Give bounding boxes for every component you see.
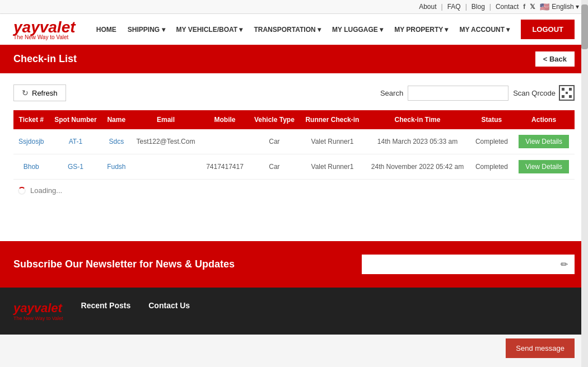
name-link[interactable]: Fudsh	[107, 163, 125, 171]
search-label: Search	[380, 89, 403, 97]
logo-sub: The New Way to Valet	[13, 34, 76, 40]
col-ticket: Ticket #	[13, 110, 49, 129]
contact-heading: Contact Us	[148, 301, 190, 310]
newsletter-email-input[interactable]	[362, 255, 554, 274]
email-cell	[130, 154, 200, 180]
sep1: |	[441, 3, 443, 11]
refresh-button[interactable]: ↻ Refresh	[13, 84, 66, 101]
twitter-icon[interactable]: 𝕏	[530, 3, 535, 11]
scrollbar[interactable]	[581, 0, 588, 335]
blog-link[interactable]: Blog	[472, 3, 485, 11]
col-mobile: Mobile	[201, 110, 249, 129]
footer-contact-us: Contact Us	[148, 301, 190, 314]
page-title: Check-in List	[13, 53, 77, 65]
table-row: Bhob GS-1 Fudsh 7417417417 Car Valet Run…	[13, 154, 575, 180]
name-link[interactable]: Sdcs	[109, 138, 124, 145]
footer-logo-area: yayvalet The New Way to Valet	[13, 301, 63, 321]
table-row: Ssjdosjb AT-1 Sdcs Test122@Test.Com Car …	[13, 129, 575, 154]
logout-button[interactable]: LOGOUT	[521, 20, 575, 39]
status-badge: Completed	[470, 154, 514, 180]
search-area: Search Scan Qrcode	[380, 85, 575, 101]
logo[interactable]: yayvalet The New Way to Valet	[13, 18, 76, 40]
nav-account[interactable]: MY ACCOUNT ▾	[455, 22, 514, 37]
facebook-icon[interactable]: f	[523, 3, 525, 11]
checkin-time-cell: 14th March 2023 05:33 am	[365, 129, 470, 154]
search-input[interactable]	[408, 86, 508, 101]
sep2: |	[465, 3, 467, 11]
main-nav: HOME SHIPPING ▾ MY VEHICLE/BOAT ▾ TRANSP…	[92, 22, 515, 37]
col-status: Status	[470, 110, 514, 129]
footer: yayvalet The New Way to Valet Recent Pos…	[0, 288, 588, 335]
view-details-button[interactable]: View Details	[519, 135, 569, 148]
email-cell: Test122@Test.Com	[130, 129, 200, 154]
loading-indicator: Loading...	[18, 186, 575, 195]
loading-text: Loading...	[30, 186, 62, 195]
spot-link[interactable]: AT-1	[69, 138, 82, 145]
toolbar: ↻ Refresh Search Scan Qrcode	[13, 84, 575, 101]
about-link[interactable]: About	[419, 3, 436, 11]
newsletter-section: Subscribe Our Newsletter for News & Upda…	[0, 241, 588, 288]
ticket-link[interactable]: Bhob	[24, 163, 39, 171]
faq-link[interactable]: FAQ	[447, 3, 461, 11]
scan-qrcode-button[interactable]: Scan Qrcode	[513, 85, 575, 101]
col-name: Name	[102, 110, 130, 129]
scrollbar-thumb[interactable]	[581, 4, 588, 49]
flag-icon: 🇺🇸	[540, 2, 549, 11]
content-area: ↻ Refresh Search Scan Qrcode Ticket # Sp…	[0, 73, 588, 241]
top-bar: About | FAQ | Blog | Contact f 𝕏 🇺🇸 Engl…	[0, 0, 588, 14]
language-selector[interactable]: 🇺🇸 English ▾	[540, 2, 579, 11]
scan-label: Scan Qrcode	[513, 89, 556, 97]
nav-shipping[interactable]: SHIPPING ▾	[123, 22, 170, 37]
mobile-cell	[201, 129, 249, 154]
nav-luggage[interactable]: MY LUGGAGE ▾	[328, 22, 388, 37]
newsletter-submit-button[interactable]: ✏	[554, 255, 575, 274]
language-label: English ▾	[552, 3, 579, 11]
runner-cell: Valet Runner1	[300, 129, 365, 154]
col-email: Email	[130, 110, 200, 129]
nav-home[interactable]: HOME	[92, 22, 121, 37]
footer-recent-posts: Recent Posts	[81, 301, 131, 314]
header: yayvalet The New Way to Valet HOME SHIPP…	[0, 14, 588, 45]
view-details-button[interactable]: View Details	[519, 160, 569, 173]
footer-logo: yayvalet	[13, 301, 63, 316]
mobile-cell: 7417417417	[201, 154, 249, 180]
status-badge: Completed	[470, 129, 514, 154]
runner-cell: Valet Runner1	[300, 154, 365, 180]
vehicle-cell: Car	[249, 129, 300, 154]
nav-property[interactable]: MY PROPERTY ▾	[390, 22, 452, 37]
checkin-time-cell: 24th November 2022 05:42 am	[365, 154, 470, 180]
spinner-icon	[18, 187, 26, 195]
newsletter-heading: Subscribe Our Newsletter for News & Upda…	[13, 258, 353, 270]
col-actions: Actions	[513, 110, 575, 129]
spot-link[interactable]: GS-1	[68, 163, 83, 171]
refresh-icon: ↻	[22, 88, 29, 97]
qrcode-icon	[559, 85, 575, 101]
vehicle-cell: Car	[249, 154, 300, 180]
col-runner: Runner Check-in	[300, 110, 365, 129]
col-spot: Spot Number	[49, 110, 102, 129]
nav-transportation[interactable]: TRANSPORTATION ▾	[249, 22, 325, 37]
col-vehicle: Vehicle Type	[249, 110, 300, 129]
back-button[interactable]: < Back	[535, 51, 575, 67]
ticket-link[interactable]: Ssjdosjb	[18, 138, 44, 145]
contact-link[interactable]: Contact	[496, 3, 519, 11]
nav-vehicle[interactable]: MY VEHICLE/BOAT ▾	[172, 22, 248, 37]
recent-posts-heading: Recent Posts	[81, 301, 131, 310]
sep3: |	[489, 3, 491, 11]
footer-logo-sub: The New Way to Valet	[13, 316, 63, 321]
newsletter-input-wrap: ✏	[362, 255, 575, 274]
col-checkin-time: Check-in Time	[365, 110, 470, 129]
checkin-table: Ticket # Spot Number Name Email Mobile V…	[13, 110, 575, 180]
page-title-bar: Check-in List < Back	[0, 45, 588, 73]
